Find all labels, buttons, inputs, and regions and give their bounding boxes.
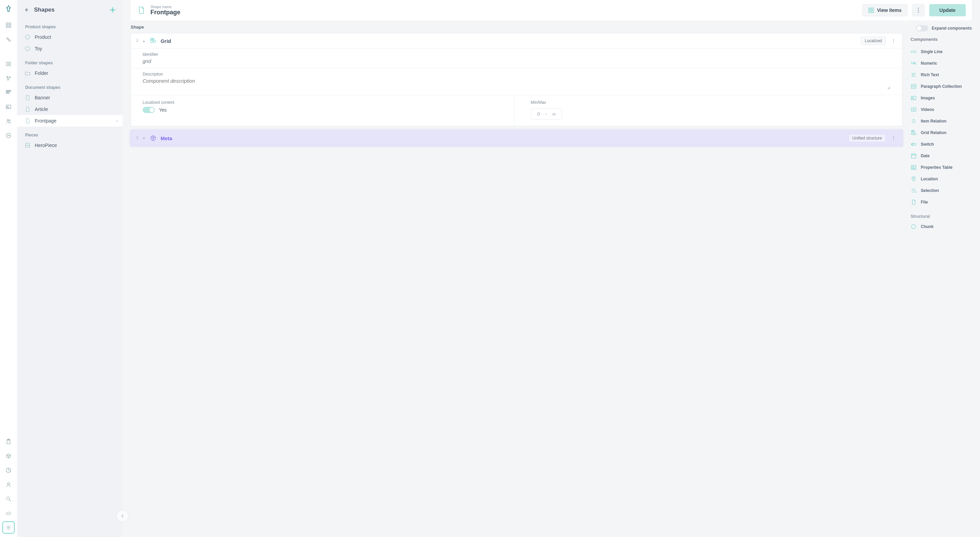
shape-item-article[interactable]: Article xyxy=(17,104,123,115)
svg-point-44 xyxy=(911,133,913,135)
chevron-left-icon: ‹ xyxy=(116,118,118,123)
rail-box[interactable] xyxy=(2,450,14,462)
rail-clipboard[interactable] xyxy=(2,436,14,448)
view-items-button[interactable]: View items xyxy=(862,4,907,16)
grid-relation-icon xyxy=(150,37,156,44)
rail-graph[interactable] xyxy=(2,72,14,84)
expand-down-icon[interactable]: ▼ xyxy=(142,137,146,140)
max-placeholder: ∞ xyxy=(552,111,556,117)
rail-translate[interactable] xyxy=(2,507,14,519)
rail-catalog[interactable] xyxy=(2,58,14,70)
component-title[interactable]: Grid xyxy=(161,38,857,44)
svg-rect-11 xyxy=(10,90,11,92)
drag-handle-icon[interactable]: ⠿ xyxy=(136,38,138,43)
localized-yes-label: Yes xyxy=(159,107,167,113)
shape-item-label: Toy xyxy=(35,46,42,51)
rail-search[interactable] xyxy=(2,493,14,505)
component-single-line[interactable]: Single Line xyxy=(911,46,972,57)
component-paragraph-collection[interactable]: Paragraph Collection xyxy=(911,81,972,92)
min-placeholder: 0 xyxy=(537,111,540,117)
shape-item-label: Article xyxy=(35,107,48,112)
component-videos[interactable]: Videos xyxy=(911,104,972,115)
component-menu-button[interactable]: ⋮ xyxy=(890,38,897,43)
svg-rect-2 xyxy=(6,26,8,27)
component-numeric[interactable]: Numeric xyxy=(911,57,972,69)
component-item-relation[interactable]: Item Relation xyxy=(911,115,972,127)
rail-connect[interactable] xyxy=(2,33,14,46)
svg-point-25 xyxy=(8,527,10,529)
add-shape-button[interactable] xyxy=(108,5,117,14)
app-logo-icon xyxy=(5,5,13,13)
section-document-shapes: Document shapes xyxy=(17,79,123,92)
localized-toggle[interactable] xyxy=(143,107,155,113)
svg-rect-36 xyxy=(911,51,916,53)
rail-settings[interactable] xyxy=(2,521,14,534)
shape-item-label: HeroPiece xyxy=(35,143,57,148)
svg-rect-28 xyxy=(872,8,873,10)
collapse-sidebar-button[interactable] xyxy=(116,510,129,522)
chunk-icon xyxy=(150,135,156,142)
component-title[interactable]: Meta xyxy=(161,135,845,141)
svg-point-40 xyxy=(912,97,913,98)
minmax-input[interactable]: 0 - ∞ xyxy=(531,108,562,120)
description-input[interactable] xyxy=(143,78,891,89)
localized-badge: Localized xyxy=(861,37,886,45)
svg-rect-9 xyxy=(6,90,8,92)
main: Shape name Frontpage View items Update S… xyxy=(123,0,980,537)
expand-components-toggle[interactable] xyxy=(916,25,928,31)
rail-grid[interactable] xyxy=(2,86,14,99)
identifier-label: Identifier xyxy=(143,52,891,57)
document-icon xyxy=(24,118,30,124)
shape-item-heropiece[interactable]: HeroPiece xyxy=(17,140,123,151)
drag-handle-icon[interactable]: ⠿ xyxy=(136,136,138,140)
component-location[interactable]: Location xyxy=(911,173,972,185)
rail-promo[interactable] xyxy=(2,129,14,142)
rail-user[interactable] xyxy=(2,478,14,491)
rail-analytics[interactable] xyxy=(2,464,14,476)
document-icon xyxy=(24,106,30,112)
svg-rect-48 xyxy=(911,154,916,158)
svg-point-16 xyxy=(7,120,9,121)
svg-rect-35 xyxy=(153,38,154,40)
component-grid-relation[interactable]: Grid Relation xyxy=(911,127,972,139)
shape-item-banner[interactable]: Banner xyxy=(17,92,123,104)
rail-media[interactable] xyxy=(2,101,14,113)
svg-rect-3 xyxy=(9,26,11,27)
expand-components-label: Expand components xyxy=(932,26,972,30)
shape-item-folder[interactable]: Folder xyxy=(17,67,123,79)
view-items-label: View items xyxy=(877,8,901,13)
update-button[interactable]: Update xyxy=(929,4,966,16)
component-rich-text[interactable]: Rich Text xyxy=(911,69,972,81)
component-card-meta: ⠿ ▼ Meta Unified structure ⋮ xyxy=(130,130,902,146)
component-file[interactable]: File xyxy=(911,196,972,208)
component-menu-button[interactable]: ⋮ xyxy=(890,135,897,141)
rail-dashboard[interactable] xyxy=(2,19,14,31)
shape-item-product[interactable]: Product xyxy=(17,31,123,43)
identifier-value[interactable]: grid xyxy=(143,58,891,64)
components-panel: Expand components Components Single Line… xyxy=(911,24,972,233)
svg-point-17 xyxy=(9,120,10,121)
collapse-up-icon[interactable]: ▲ xyxy=(142,39,146,43)
component-properties-table[interactable]: Properties Table xyxy=(911,162,972,173)
svg-rect-37 xyxy=(911,84,916,86)
items-icon xyxy=(868,7,874,13)
back-button[interactable] xyxy=(22,6,30,14)
shape-name[interactable]: Frontpage xyxy=(150,9,858,16)
shape-item-toy[interactable]: Toy xyxy=(17,43,123,54)
component-switch[interactable]: Switch xyxy=(911,139,972,150)
shape-item-frontpage[interactable]: Frontpage ‹ xyxy=(17,115,123,127)
more-menu-button[interactable] xyxy=(912,4,924,16)
component-chunk[interactable]: Chunk xyxy=(911,221,972,233)
shape-item-label: Frontpage xyxy=(35,118,56,124)
component-images[interactable]: Images xyxy=(911,92,972,104)
component-date[interactable]: Date xyxy=(911,150,972,162)
svg-rect-14 xyxy=(6,105,11,109)
svg-rect-24 xyxy=(6,512,11,515)
section-product-shapes: Product shapes xyxy=(17,18,123,31)
rail-users[interactable] xyxy=(2,115,14,127)
component-selection[interactable]: Selection xyxy=(911,185,972,196)
svg-rect-43 xyxy=(913,130,915,132)
sidebar-title: Shapes xyxy=(34,6,105,13)
svg-point-45 xyxy=(914,133,916,135)
svg-rect-42 xyxy=(911,130,913,132)
